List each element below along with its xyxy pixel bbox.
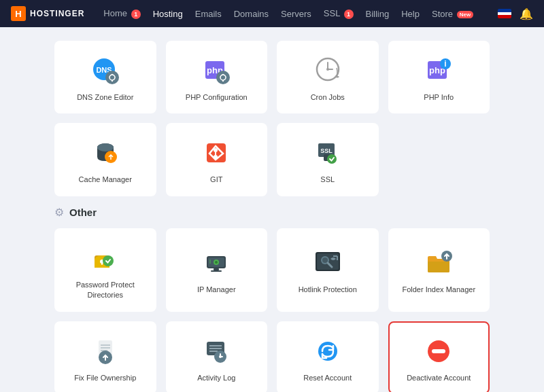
other-grid-1: Password Protect Directories IP Manager xyxy=(54,228,490,312)
password-protect-label: Password Protect Directories xyxy=(63,280,148,301)
deactivate-account-card[interactable]: Deactivate Account xyxy=(388,321,490,392)
cache-manager-icon xyxy=(89,137,122,169)
nav-emails[interactable]: Emails xyxy=(190,6,227,22)
svg-text:i: i xyxy=(445,59,447,69)
svg-point-27 xyxy=(327,154,337,164)
store-badge: New xyxy=(457,11,473,18)
reset-account-label: Reset Account xyxy=(303,373,352,383)
svg-rect-63 xyxy=(432,349,445,353)
svg-point-61 xyxy=(318,342,337,361)
other-section-title: Other xyxy=(69,207,97,218)
svg-point-11 xyxy=(326,68,329,71)
svg-point-60 xyxy=(219,355,222,358)
php-configuration-label: PHP Configuration xyxy=(186,92,248,103)
password-protect-icon xyxy=(89,242,122,274)
svg-point-35 xyxy=(215,261,218,264)
nav-billing[interactable]: Billing xyxy=(360,6,395,22)
git-card[interactable]: GIT xyxy=(166,123,268,196)
activity-log-label: Activity Log xyxy=(197,373,235,383)
activity-log-icon xyxy=(200,335,233,368)
nav-links: Home 1 Hosting Emails Domains Servers SS… xyxy=(98,5,498,22)
deactivate-account-icon xyxy=(422,335,455,368)
svg-point-17 xyxy=(97,143,114,152)
deactivate-account-label: Deactivate Account xyxy=(407,373,471,383)
hotlink-protection-card[interactable]: Hotlink Protection xyxy=(277,228,379,312)
logo-text: HOSTINGER xyxy=(30,9,84,18)
tools-grid-2: Cache Manager GIT SSL xyxy=(54,123,490,196)
reset-account-card[interactable]: Reset Account xyxy=(277,321,379,392)
nav-home[interactable]: Home 1 xyxy=(98,5,146,22)
empty-card xyxy=(388,123,490,196)
fix-file-ownership-card[interactable]: Fix File Ownership xyxy=(54,321,156,392)
php-configuration-icon: php xyxy=(200,54,233,87)
activity-log-card[interactable]: Activity Log xyxy=(166,321,268,392)
reset-account-icon xyxy=(311,335,344,368)
notification-bell[interactable]: 🔔 xyxy=(520,7,533,20)
other-section-icon: ⚙ xyxy=(54,206,64,219)
cache-manager-label: Cache Manager xyxy=(79,175,132,185)
ip-manager-label: IP Manager xyxy=(197,285,236,295)
fix-file-ownership-icon xyxy=(89,335,122,368)
dns-zone-editor-label: DNS Zone Editor xyxy=(77,92,133,103)
php-configuration-card[interactable]: php PHP Configuration xyxy=(166,41,268,113)
folder-index-manager-label: Folder Index Manager xyxy=(402,285,475,295)
cron-jobs-card[interactable]: Cron Jobs xyxy=(277,41,379,113)
git-label: GIT xyxy=(210,175,222,185)
php-info-label: PHP Info xyxy=(424,92,454,103)
fix-file-ownership-label: Fix File Ownership xyxy=(74,373,136,383)
nav-servers[interactable]: Servers xyxy=(275,6,317,22)
nav-ssl[interactable]: SSL 1 xyxy=(318,5,359,22)
svg-point-22 xyxy=(214,155,218,159)
other-grid-2: Fix File Ownership Activity Log xyxy=(54,321,490,392)
folder-index-manager-card[interactable]: Folder Index Manager xyxy=(388,228,490,312)
folder-index-manager-icon xyxy=(422,247,455,279)
other-section-header: ⚙ Other xyxy=(54,206,490,219)
logo[interactable]: H HOSTINGER xyxy=(11,6,84,21)
svg-point-31 xyxy=(103,255,114,266)
dns-zone-editor-icon: DNS xyxy=(89,54,122,87)
nav-store[interactable]: Store New xyxy=(426,6,479,22)
tools-grid-1: DNS DNS Zone Editor php PHP Configuratio… xyxy=(54,41,490,113)
svg-point-21 xyxy=(214,148,218,152)
nav-help[interactable]: Help xyxy=(396,6,425,22)
nav-hosting[interactable]: Hosting xyxy=(148,6,188,22)
ip-manager-card[interactable]: IP Manager xyxy=(166,228,268,312)
ssl-label: SSL xyxy=(320,175,335,185)
password-protect-card[interactable]: Password Protect Directories xyxy=(54,228,156,312)
cron-jobs-label: Cron Jobs xyxy=(311,92,345,103)
hotlink-protection-icon xyxy=(311,247,344,279)
git-icon xyxy=(200,137,233,169)
svg-rect-37 xyxy=(211,270,222,272)
svg-point-7 xyxy=(220,75,226,80)
svg-text:SSL: SSL xyxy=(320,147,333,154)
cache-manager-card[interactable]: Cache Manager xyxy=(54,123,156,196)
svg-point-3 xyxy=(109,75,115,80)
language-flag[interactable] xyxy=(498,9,511,18)
nav-right: 🔔 xyxy=(498,7,533,20)
nav-domains[interactable]: Domains xyxy=(228,6,274,22)
svg-rect-30 xyxy=(101,262,103,265)
cron-jobs-icon xyxy=(311,54,344,87)
home-badge: 1 xyxy=(131,10,141,19)
main-content: DNS DNS Zone Editor php PHP Configuratio… xyxy=(0,27,544,392)
php-info-card[interactable]: php i PHP Info xyxy=(388,41,490,113)
ip-manager-icon xyxy=(200,247,233,279)
ssl-badge: 1 xyxy=(344,10,354,19)
dns-zone-editor-card[interactable]: DNS DNS Zone Editor xyxy=(54,41,156,113)
logo-icon: H xyxy=(11,6,26,21)
ssl-card[interactable]: SSL SSL xyxy=(277,123,379,196)
svg-rect-36 xyxy=(214,268,219,270)
ssl-icon: SSL xyxy=(311,137,344,169)
hotlink-protection-label: Hotlink Protection xyxy=(299,285,357,295)
php-info-icon: php i xyxy=(422,54,455,87)
svg-point-44 xyxy=(322,257,328,263)
navbar: H HOSTINGER Home 1 Hosting Emails Domain… xyxy=(0,0,544,27)
